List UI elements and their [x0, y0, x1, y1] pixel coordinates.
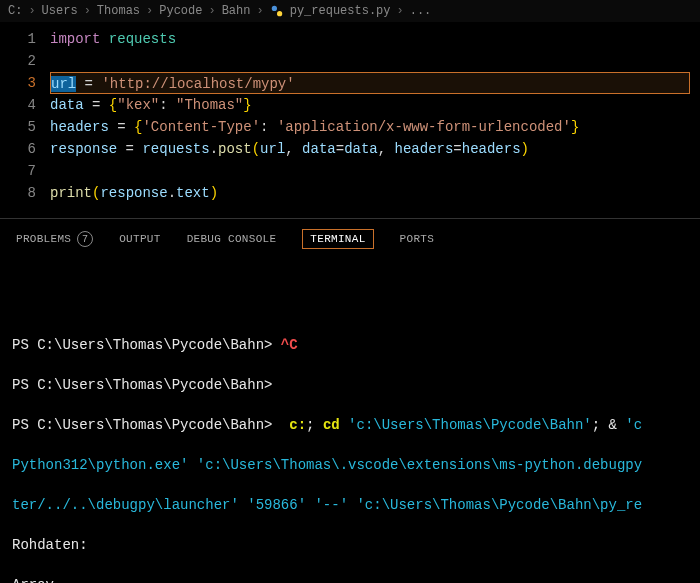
terminal-output: Rohdaten: [12, 535, 688, 555]
terminal-line: PS C:\Users\Thomas\Pycode\Bahn> [12, 375, 688, 395]
operator: = [109, 119, 134, 135]
tab-problems[interactable]: PROBLEMS 7 [16, 231, 93, 247]
code-line[interactable] [50, 50, 700, 72]
code-line[interactable]: print(response.text) [50, 182, 700, 204]
code-line[interactable]: response = requests.post(url, data=data,… [50, 138, 700, 160]
argument: url [260, 141, 285, 157]
operator: = [76, 76, 101, 92]
kwarg-value: headers [462, 141, 521, 157]
paren: ) [210, 185, 218, 201]
string-literal: 'Content-Type' [142, 119, 260, 135]
keyword: import [50, 31, 100, 47]
terminal-line: ter/../..\debugpy\launcher' '59866' '--'… [12, 495, 688, 515]
prompt: PS C:\Users\Thomas\Pycode\Bahn> [12, 337, 272, 353]
operator: = [84, 97, 109, 113]
variable: headers [50, 119, 109, 135]
panel-tab-bar: PROBLEMS 7 OUTPUT DEBUG CONSOLE TERMINAL… [0, 218, 700, 261]
code-editor[interactable]: 1 2 3 4 5 6 7 8 import requests url = 'h… [0, 22, 700, 218]
tab-label: DEBUG CONSOLE [187, 233, 277, 245]
breadcrumb-part[interactable]: Thomas [97, 4, 140, 18]
chevron-right-icon: › [84, 4, 91, 18]
cmd-drive: c: [289, 417, 306, 433]
chevron-right-icon: › [146, 4, 153, 18]
cmd-cd: cd [323, 417, 340, 433]
tab-output[interactable]: OUTPUT [119, 233, 160, 245]
brace: } [243, 97, 251, 113]
string-literal: 'http://localhost/mypy' [101, 76, 294, 92]
breadcrumb-part[interactable]: Users [42, 4, 78, 18]
line-number: 2 [0, 50, 36, 72]
tab-label: TERMINAL [310, 233, 365, 245]
tab-label: PORTS [400, 233, 435, 245]
svg-point-0 [271, 6, 276, 11]
variable-selected: url [51, 76, 76, 92]
code-area[interactable]: import requests url = 'http://localhost/… [50, 28, 700, 204]
paren: ) [521, 141, 529, 157]
tab-label: PROBLEMS [16, 233, 71, 245]
cmd-path: 'c:\Users\Thomas\Pycode\Bahn' [340, 417, 592, 433]
terminal-panel[interactable]: PS C:\Users\Thomas\Pycode\Bahn> ^C PS C:… [0, 261, 700, 583]
function-name: post [218, 141, 252, 157]
cmd-continuation: ter/../..\debugpy\launcher' '59866' '--'… [12, 497, 642, 513]
terminal-line: PS C:\Users\Thomas\Pycode\Bahn> c:; cd '… [12, 415, 688, 435]
dot: . [210, 141, 218, 157]
line-number: 8 [0, 182, 36, 204]
cmd-continuation: Python312\python.exe' 'c:\Users\Thomas\.… [12, 457, 642, 473]
dot: . [168, 185, 176, 201]
line-number: 7 [0, 160, 36, 182]
chevron-right-icon: › [397, 4, 404, 18]
code-line[interactable]: import requests [50, 28, 700, 50]
code-line[interactable] [50, 160, 700, 182]
comma: , [285, 141, 302, 157]
code-line[interactable]: headers = {'Content-Type': 'application/… [50, 116, 700, 138]
terminal-line: PS C:\Users\Thomas\Pycode\Bahn> ^C [12, 335, 688, 355]
colon: : [260, 119, 277, 135]
tab-debug-console[interactable]: DEBUG CONSOLE [187, 233, 277, 245]
module-name: requests [109, 31, 176, 47]
line-number-current: 3 [0, 72, 36, 94]
code-line[interactable]: data = {"kex": "Thomas"} [50, 94, 700, 116]
variable: response [100, 185, 167, 201]
brace: } [571, 119, 579, 135]
paren: ( [252, 141, 260, 157]
kwarg-name: headers [395, 141, 454, 157]
breadcrumb-part[interactable]: C: [8, 4, 22, 18]
tab-terminal[interactable]: TERMINAL [302, 229, 373, 249]
line-number-gutter: 1 2 3 4 5 6 7 8 [0, 28, 50, 204]
function-name: print [50, 185, 92, 201]
chevron-right-icon: › [256, 4, 263, 18]
kwarg-value: data [344, 141, 378, 157]
prompt: PS C:\Users\Thomas\Pycode\Bahn> [12, 417, 272, 433]
variable: data [50, 97, 84, 113]
string-literal: 'application/x-www-form-urlencoded' [277, 119, 571, 135]
operator: = [453, 141, 461, 157]
kwarg-name: data [302, 141, 336, 157]
line-number: 5 [0, 116, 36, 138]
problems-count-badge: 7 [77, 231, 93, 247]
svg-point-1 [277, 11, 282, 16]
breadcrumb: C: › Users › Thomas › Pycode › Bahn › py… [0, 0, 700, 22]
code-line-current[interactable]: url = 'http://localhost/mypy' [50, 72, 690, 94]
string-literal: "kex" [117, 97, 159, 113]
breadcrumb-part[interactable]: Pycode [159, 4, 202, 18]
chevron-right-icon: › [208, 4, 215, 18]
string-literal: "Thomas" [176, 97, 243, 113]
line-number: 6 [0, 138, 36, 160]
prompt: PS C:\Users\Thomas\Pycode\Bahn> [12, 377, 272, 393]
brace: { [109, 97, 117, 113]
operator: = [336, 141, 344, 157]
breadcrumb-file[interactable]: py_requests.py [290, 4, 391, 18]
line-number: 4 [0, 94, 36, 116]
module-name: requests [142, 141, 209, 157]
terminal-output: Array [12, 575, 688, 583]
comma: , [378, 141, 395, 157]
python-file-icon [270, 4, 284, 18]
breadcrumb-trailing[interactable]: ... [410, 4, 432, 18]
variable: response [50, 141, 117, 157]
line-number: 1 [0, 28, 36, 50]
chevron-right-icon: › [28, 4, 35, 18]
breadcrumb-part[interactable]: Bahn [222, 4, 251, 18]
operator: = [117, 141, 142, 157]
tab-ports[interactable]: PORTS [400, 233, 435, 245]
colon: : [159, 97, 176, 113]
